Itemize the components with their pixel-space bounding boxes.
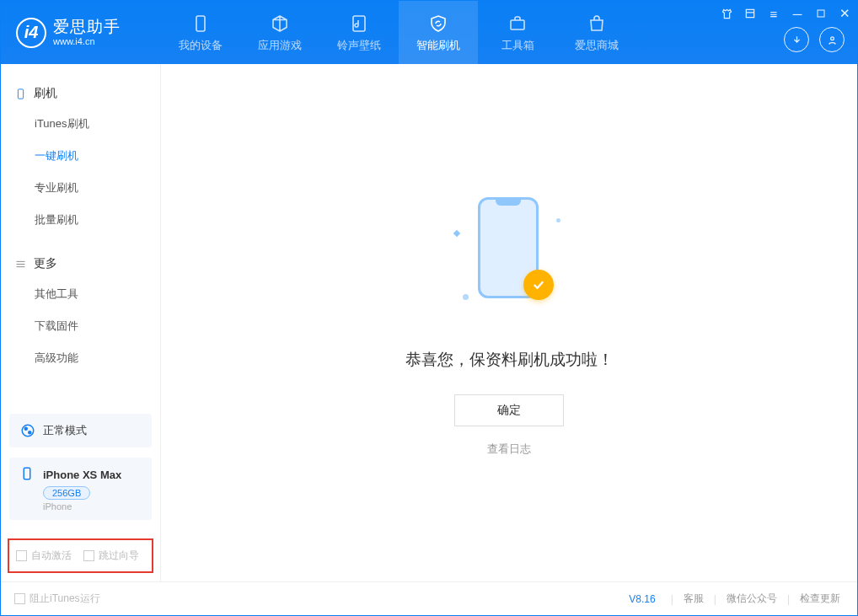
svg-rect-3 — [746, 9, 753, 17]
device-storage-chip: 256GB — [43, 486, 90, 500]
app-logo: i4 爱思助手 www.i4.cn — [1, 1, 161, 64]
logo-icon: i4 — [16, 18, 46, 48]
svg-point-13 — [29, 431, 31, 434]
sidebar-item-batch-flash[interactable]: 批量刷机 — [1, 204, 160, 236]
window-controls: ≡ ─ ✕ — [718, 5, 853, 22]
sidebar-section-flash: 刷机 — [1, 79, 160, 108]
nav-apps[interactable]: 应用游戏 — [240, 1, 319, 64]
bag-icon — [586, 13, 608, 35]
music-file-icon — [348, 13, 370, 35]
mode-label: 正常模式 — [43, 423, 87, 438]
device-card[interactable]: iPhone XS Max 256GB iPhone — [9, 458, 152, 520]
user-button[interactable] — [819, 27, 845, 52]
sidebar-item-advanced[interactable]: 高级功能 — [1, 342, 160, 374]
svg-rect-2 — [511, 20, 524, 29]
main-content: 恭喜您，保资料刷机成功啦！ 确定 查看日志 — [161, 64, 857, 581]
sidebar-section-more: 更多 — [1, 249, 160, 278]
nav-toolbox[interactable]: 工具箱 — [478, 1, 557, 64]
minimize-icon[interactable]: ─ — [789, 5, 806, 22]
device-icon — [14, 88, 27, 100]
check-badge-icon — [523, 270, 554, 300]
list-icon[interactable]: ≡ — [765, 5, 782, 22]
app-name: 爱思助手 — [53, 19, 121, 36]
close-icon[interactable]: ✕ — [836, 5, 853, 22]
device-name: iPhone XS Max — [43, 469, 121, 481]
footer-wechat-link[interactable]: 微信公众号 — [723, 592, 780, 606]
checkbox-auto-activate[interactable]: 自动激活 — [16, 549, 72, 563]
footer-bar: 阻止iTunes运行 V8.16 | 客服 | 微信公众号 | 检查更新 — [1, 581, 857, 615]
device-type: iPhone — [43, 501, 142, 512]
success-message: 恭喜您，保资料刷机成功啦！ — [405, 349, 614, 371]
svg-rect-5 — [818, 10, 824, 17]
version-label: V8.16 — [629, 593, 655, 605]
sidebar: 刷机 iTunes刷机 一键刷机 专业刷机 批量刷机 更多 其他工具 下载固件 … — [1, 64, 161, 581]
checkbox-skip-wizard[interactable]: 跳过向导 — [83, 549, 139, 563]
menu-icon[interactable] — [742, 5, 759, 22]
titlebar-circle-buttons — [784, 27, 845, 52]
cube-icon — [269, 13, 291, 35]
download-button[interactable] — [784, 27, 809, 52]
sidebar-item-other-tools[interactable]: 其他工具 — [1, 278, 160, 310]
sidebar-item-onekey-flash[interactable]: 一键刷机 — [1, 140, 160, 172]
nav-ringtones[interactable]: 铃声壁纸 — [319, 1, 399, 64]
footer-support-link[interactable]: 客服 — [680, 592, 707, 606]
app-url: www.i4.cn — [53, 36, 121, 46]
sidebar-item-itunes-flash[interactable]: iTunes刷机 — [1, 108, 160, 140]
nav-device[interactable]: 我的设备 — [161, 1, 240, 64]
footer-update-link[interactable]: 检查更新 — [796, 592, 844, 606]
briefcase-icon — [507, 13, 528, 35]
svg-rect-7 — [18, 88, 23, 98]
svg-point-6 — [830, 36, 834, 40]
sidebar-item-download-firmware[interactable]: 下载固件 — [1, 310, 160, 342]
checkbox-block-itunes[interactable]: 阻止iTunes运行 — [14, 592, 100, 606]
svg-rect-14 — [24, 468, 30, 479]
success-illustration — [446, 189, 572, 315]
sidebar-item-pro-flash[interactable]: 专业刷机 — [1, 172, 160, 204]
maximize-icon[interactable] — [812, 5, 829, 22]
device-card-icon — [19, 466, 36, 483]
view-log-link[interactable]: 查看日志 — [487, 442, 531, 457]
nav-store[interactable]: 爱思商城 — [557, 1, 636, 64]
highlighted-options-box: 自动激活 跳过向导 — [8, 538, 153, 573]
ok-button[interactable]: 确定 — [454, 394, 564, 426]
refresh-shield-icon — [427, 13, 449, 35]
mode-card[interactable]: 正常模式 — [9, 414, 152, 447]
shirt-icon[interactable] — [718, 5, 735, 22]
title-bar: i4 爱思助手 www.i4.cn 我的设备 应用游戏 铃声壁纸 智能刷机 工具… — [1, 1, 857, 64]
nav-flash[interactable]: 智能刷机 — [399, 1, 478, 64]
svg-point-11 — [22, 425, 34, 437]
mode-icon — [19, 422, 36, 439]
phone-icon — [190, 13, 212, 35]
svg-point-12 — [24, 427, 27, 430]
list-icon — [14, 258, 27, 271]
svg-rect-0 — [196, 16, 205, 31]
